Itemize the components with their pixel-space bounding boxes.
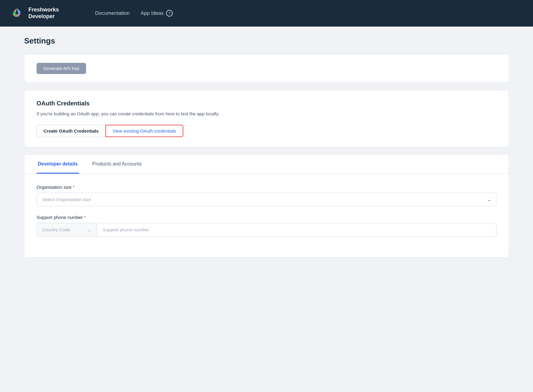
freshworks-logo-icon <box>10 6 24 21</box>
api-key-card: Generate API Key <box>24 54 509 83</box>
phone-number-field: Support phone number * Country Code ⌄ <box>37 215 496 237</box>
logo-text: Freshworks Developer <box>28 7 59 20</box>
help-circle-icon: ? <box>166 10 173 17</box>
org-size-required-star: * <box>73 185 75 190</box>
country-code-button[interactable]: Country Code ⌄ <box>37 223 97 237</box>
logo-wrapper: Freshworks Developer <box>10 6 59 21</box>
nav-app-ideas[interactable]: App Ideas ? <box>140 10 173 17</box>
generate-api-key-button[interactable]: Generate API Key <box>37 63 86 74</box>
header: Freshworks Developer Documentation App I… <box>0 0 533 27</box>
phone-row: Country Code ⌄ <box>37 223 496 237</box>
create-oauth-credentials-button[interactable]: Create OAuth Credentials <box>37 125 105 137</box>
country-code-wrapper: Country Code ⌄ <box>37 223 97 237</box>
org-size-field: Organisation size * Select Organisation … <box>37 185 496 206</box>
oauth-description: If you're building an OAuth app, you can… <box>37 111 496 117</box>
country-code-chevron-icon: ⌄ <box>88 227 92 233</box>
developer-details-card: Developer details Products and Accounts … <box>24 154 509 258</box>
page-title: Settings <box>24 36 509 46</box>
tab-developer-details[interactable]: Developer details <box>37 155 79 173</box>
tabs-row: Developer details Products and Accounts <box>24 155 509 174</box>
country-code-label: Country Code <box>42 227 70 232</box>
org-size-label: Organisation size * <box>37 185 496 190</box>
oauth-buttons-row: Create OAuth Credentials View existing O… <box>37 125 496 137</box>
oauth-section-title: OAuth Credentials <box>37 100 496 107</box>
tab-products-and-accounts[interactable]: Products and Accounts <box>91 155 143 173</box>
svg-point-0 <box>10 6 24 21</box>
org-size-select-wrapper: Select Organisation size ⌄ <box>37 193 496 206</box>
phone-required-star: * <box>84 215 86 220</box>
org-size-select[interactable]: Select Organisation size <box>37 193 496 206</box>
nav-links: Documentation App Ideas ? <box>95 10 173 17</box>
oauth-credentials-card: OAuth Credentials If you're building an … <box>24 90 509 147</box>
main-content: Settings Generate API Key OAuth Credenti… <box>0 27 533 275</box>
nav-app-ideas-label: App Ideas <box>140 10 164 16</box>
nav-documentation[interactable]: Documentation <box>95 10 130 16</box>
tab-content: Organisation size * Select Organisation … <box>24 174 509 257</box>
phone-label: Support phone number * <box>37 215 496 220</box>
view-oauth-credentials-button[interactable]: View existing OAuth credentials <box>105 125 184 137</box>
phone-number-input[interactable] <box>97 223 496 237</box>
